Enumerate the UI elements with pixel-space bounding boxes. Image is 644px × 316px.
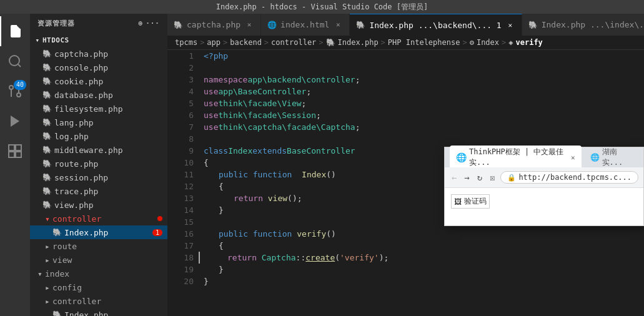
breadcrumb-tpcms[interactable]: tpcms [175, 38, 197, 47]
file-view[interactable]: 🐘 view.php [30, 198, 167, 212]
breadcrumb-controller[interactable]: controller [271, 38, 316, 47]
browser-tab2-label[interactable]: 🌐 湖南实... [584, 146, 638, 169]
folder-controller-index[interactable]: ▸ controller [30, 294, 167, 308]
source-control-badge: 40 [14, 80, 26, 90]
folder-config[interactable]: ▸ config [30, 280, 167, 294]
php-icon: 🐘 [42, 91, 52, 99]
folder-route[interactable]: ▸ route [30, 239, 167, 253]
browser-content: 🖼 验证码 [445, 188, 643, 225]
browser-tab-close[interactable]: ✕ [571, 154, 575, 162]
folder-controller-backend[interactable]: ▾ controller [30, 212, 167, 225]
breadcrumb: tpcms > app > backend > controller > 🐘 I… [167, 36, 644, 50]
run-icon[interactable] [0, 106, 30, 136]
tab-index-html[interactable]: 🌐 index.html ✕ [261, 14, 350, 36]
file-index-root[interactable]: 🐘 Index.php [30, 308, 167, 316]
file-trace[interactable]: 🐘 trace.php [30, 184, 167, 198]
editor-area: 🐘 captcha.php ✕ 🌐 index.html ✕ 🐘 Index.p… [167, 14, 644, 316]
browser-favicon: 🌐 [456, 152, 467, 162]
svg-point-2 [17, 93, 21, 97]
code-line-18: return Captcha::create('verify'); [199, 252, 644, 264]
folder-view[interactable]: ▸ view [30, 253, 167, 267]
file-session[interactable]: 🐘 session.php [30, 170, 167, 184]
file-route[interactable]: 🐘 route.php [30, 157, 167, 170]
file-middleware[interactable]: 🐘 middleware.php [30, 143, 167, 157]
route-arrow: ▸ [42, 241, 52, 251]
svg-rect-7 [16, 145, 21, 151]
file-filesystem[interactable]: 🐘 filesystem.php [30, 102, 167, 116]
more-actions-icon[interactable]: ··· [146, 19, 160, 27]
address-bar[interactable]: 🔒 http://backend.tpcms.c... [500, 171, 638, 184]
svg-line-1 [18, 64, 21, 67]
browser-forward-btn[interactable]: → [462, 170, 471, 185]
php-icon: 🐘 [42, 159, 52, 168]
php-icon: 🐘 [42, 118, 52, 127]
file-index-backend[interactable]: 🐘 Index.php 1 [30, 225, 167, 239]
search-icon[interactable] [0, 46, 30, 76]
tree-root-htdocs[interactable]: ▾ HTDOCS [30, 33, 167, 47]
code-line-17: { [199, 240, 644, 252]
tab-index-backend[interactable]: 🐘 Index.php ...\backend\... 1 ✕ [350, 14, 522, 36]
file-console[interactable]: 🐘 console.php [30, 61, 167, 74]
breadcrumb-app[interactable]: app [207, 38, 220, 47]
php-icon: 🐘 [42, 77, 52, 86]
breadcrumb-backend[interactable]: backend [230, 38, 262, 47]
tab-close-backend[interactable]: ✕ [505, 20, 515, 30]
tab-icon-html: 🌐 [267, 21, 277, 29]
address-text: http://backend.tpcms.c... [518, 173, 632, 182]
extensions-icon[interactable] [0, 136, 30, 166]
svg-point-3 [9, 86, 13, 89]
file-lang[interactable]: 🐘 lang.php [30, 116, 167, 129]
code-line-4: use app\BaseController; [199, 86, 644, 97]
code-line-2 [199, 62, 644, 74]
php-icon: 🐘 [42, 146, 52, 154]
breadcrumb-file[interactable]: Index.php [338, 38, 379, 47]
php-icon: 🐘 [42, 173, 52, 182]
new-file-icon[interactable]: ⊕ [139, 19, 144, 27]
php-icon: 🐘 [42, 104, 52, 113]
tab-icon-php2: 🐘 [528, 21, 538, 29]
breadcrumb-intelephense[interactable]: PHP Intelephense [388, 38, 460, 47]
files-icon[interactable] [0, 16, 30, 46]
sidebar-header: 资源管理器 ⊕ ··· [30, 14, 167, 33]
tab-captcha[interactable]: 🐘 captcha.php ✕ [167, 14, 261, 36]
svg-rect-8 [16, 152, 21, 157]
error-badge: 1 [152, 229, 162, 236]
php-icon: 🐘 [42, 200, 52, 209]
php-icon: 🐘 [42, 132, 52, 141]
sidebar-tree: ▾ HTDOCS 🐘 captcha.php 🐘 console.php 🐘 c… [30, 33, 167, 316]
php-icon: 🐘 [42, 49, 52, 58]
breadcrumb-verify[interactable]: verify [516, 38, 543, 47]
tab-icon-php: 🐘 [356, 21, 365, 29]
browser-refresh-btn[interactable]: ↻ [475, 170, 484, 185]
breadcrumb-index-class[interactable]: Index [477, 38, 499, 47]
tab-icon-captcha: 🐘 [174, 21, 183, 29]
file-log[interactable]: 🐘 log.php [30, 129, 167, 143]
folder-index[interactable]: ▾ index [30, 267, 167, 280]
source-control-icon[interactable]: 40 [0, 76, 30, 106]
tab-index-root[interactable]: 🐘 Index.php ...\index\... ✕ [522, 14, 644, 36]
code-line-20: } [199, 275, 644, 287]
tab-close-captcha[interactable]: ✕ [244, 20, 254, 30]
htdocs-arrow: ▾ [32, 35, 42, 45]
file-captcha[interactable]: 🐘 captcha.php [30, 47, 167, 61]
view-arrow: ▸ [42, 255, 52, 265]
file-database[interactable]: 🐘 database.php [30, 88, 167, 102]
controller2-arrow: ▸ [42, 296, 52, 306]
htdocs-label: HTDOCS [42, 36, 69, 44]
editor-container: 12345 678910 1112131415 1617181920 <?php… [167, 50, 644, 316]
file-cookie[interactable]: 🐘 cookie.php [30, 74, 167, 88]
browser-tab-thinkphp[interactable]: 🌐 ThinkPHP框架 | 中文最佳实... ✕ [450, 146, 582, 169]
modified-dot [157, 216, 162, 221]
tab-close-html[interactable]: ✕ [333, 20, 343, 30]
browser-home-btn[interactable]: ☒ [488, 170, 497, 185]
svg-point-0 [9, 56, 19, 66]
sidebar-actions: ⊕ ··· [139, 19, 161, 27]
broken-image: 🖼 验证码 [451, 194, 490, 209]
php-icon: 🐘 [42, 187, 52, 195]
browser-tab-label: ThinkPHP框架 | 中文最佳实... [469, 147, 568, 168]
php-icon: 🐘 [42, 63, 52, 72]
broken-image-label: 验证码 [464, 196, 487, 207]
svg-rect-9 [9, 152, 14, 157]
line-numbers: 12345 678910 1112131415 1617181920 [167, 50, 199, 316]
browser-back-btn[interactable]: ← [450, 170, 458, 185]
